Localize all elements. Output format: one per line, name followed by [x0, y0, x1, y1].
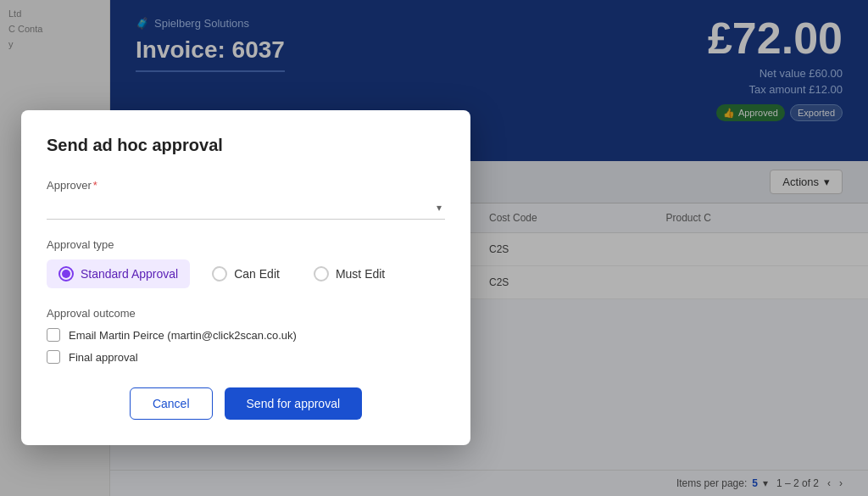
radio-can-edit[interactable]: Can Edit — [200, 259, 292, 288]
approval-type-radio-group: Standard Approval Can Edit Must Edit — [47, 259, 445, 288]
cancel-button[interactable]: Cancel — [130, 387, 213, 420]
checkbox-final[interactable]: Final approval — [47, 350, 445, 364]
approval-outcome-label: Approval outcome — [47, 307, 445, 320]
radio-must-edit[interactable]: Must Edit — [302, 259, 397, 288]
radio-label-must-edit: Must Edit — [336, 267, 385, 281]
checkbox-final-box[interactable] — [47, 350, 60, 364]
checkbox-email[interactable]: Email Martin Peirce (martin@click2scan.c… — [47, 328, 445, 342]
modal-overlay: Send ad hoc approval Approver* ▾ Approva… — [0, 0, 868, 496]
approval-outcome-section: Approval outcome Email Martin Peirce (ma… — [47, 307, 445, 364]
modal-title: Send ad hoc approval — [47, 136, 445, 155]
modal-actions: Cancel Send for approval — [47, 387, 445, 420]
checkbox-group: Email Martin Peirce (martin@click2scan.c… — [47, 328, 445, 364]
checkbox-final-label: Final approval — [69, 351, 138, 364]
approver-select[interactable] — [47, 198, 445, 211]
radio-circle-standard — [58, 266, 74, 281]
send-approval-button[interactable]: Send for approval — [225, 387, 363, 420]
radio-label-standard: Standard Approval — [81, 267, 178, 281]
approver-select-wrapper[interactable]: ▾ — [47, 197, 445, 220]
radio-circle-can-edit — [212, 266, 227, 281]
radio-standard-approval[interactable]: Standard Approval — [47, 259, 190, 288]
approval-type-section: Approval type Standard Approval Can Edit — [47, 238, 445, 288]
approver-label: Approver* — [47, 179, 445, 192]
radio-dot-standard — [62, 270, 70, 278]
checkbox-email-label: Email Martin Peirce (martin@click2scan.c… — [69, 329, 297, 342]
approver-group: Approver* ▾ — [47, 179, 445, 220]
checkbox-email-box[interactable] — [47, 328, 60, 342]
radio-label-can-edit: Can Edit — [234, 267, 280, 281]
send-approval-modal: Send ad hoc approval Approver* ▾ Approva… — [21, 110, 470, 445]
radio-circle-must-edit — [314, 266, 329, 281]
approval-type-label: Approval type — [47, 238, 445, 251]
